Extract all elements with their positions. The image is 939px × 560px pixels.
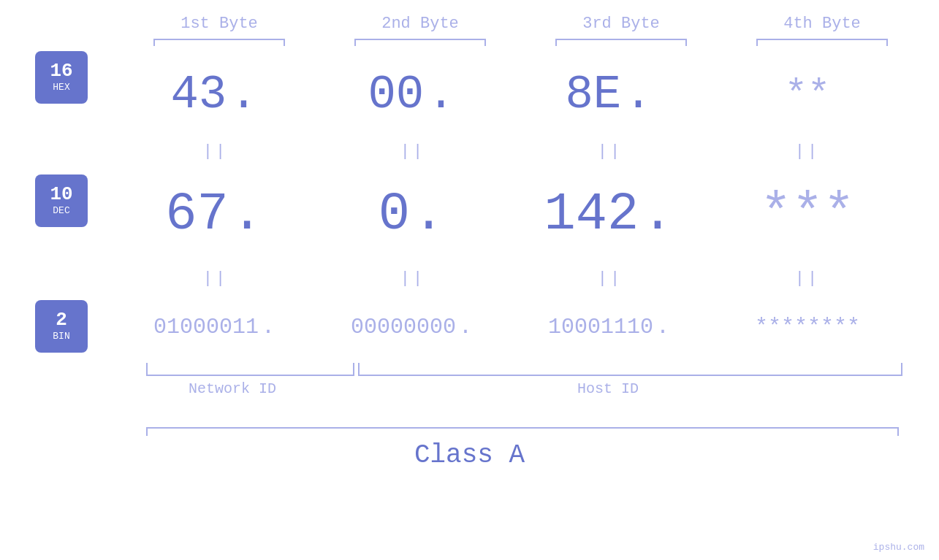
hex-val-1: 43 . xyxy=(135,69,296,121)
dec-row: 10 DEC 67 . 0 . 142 . *** xyxy=(0,167,939,262)
eq2-2: || xyxy=(332,269,493,288)
dec-3: 142 xyxy=(544,185,639,245)
host-id-label: Host ID xyxy=(577,380,639,397)
eq2-3: || xyxy=(530,269,691,288)
eq1-2: || xyxy=(332,142,493,161)
eq1-1: || xyxy=(135,142,296,161)
bin-val-1: 01000011 . xyxy=(135,315,296,340)
equals-inner-2: || || || || xyxy=(117,269,906,288)
dec-4: *** xyxy=(760,185,855,245)
bin-1: 01000011 xyxy=(153,315,259,340)
bin-dot-2: . xyxy=(459,316,472,338)
bracket-lines xyxy=(119,39,923,40)
eq1-3: || xyxy=(530,142,691,161)
header-byte-4: 4th Byte xyxy=(742,15,902,33)
bin-val-4: ******** xyxy=(727,315,888,340)
header-row: 1st Byte 2nd Byte 3rd Byte 4th Byte xyxy=(119,15,923,33)
host-bracket xyxy=(358,363,902,376)
class-bracket xyxy=(146,427,899,429)
dec-val-3: 142 . xyxy=(530,178,691,252)
network-bracket xyxy=(146,363,354,376)
hex-val-2: 00 . xyxy=(332,69,493,121)
hex-1: 43 xyxy=(170,69,227,121)
dec-values: 67 . 0 . 142 . *** xyxy=(117,178,906,252)
hex-2: 00 xyxy=(368,69,424,121)
bin-values: 01000011 . 00000000 . 10001110 . *******… xyxy=(117,315,906,340)
dec-badge: 10 DEC xyxy=(35,174,88,227)
class-section: Class A xyxy=(0,427,939,470)
main-container: 1st Byte 2nd Byte 3rd Byte 4th Byte 16 H… xyxy=(0,0,939,560)
header-byte-2: 2nd Byte xyxy=(340,15,501,33)
hex-values: 43 . 00 . 8E . ** xyxy=(117,69,906,121)
equals-row-1: || || || || xyxy=(0,135,939,167)
header-byte-1: 1st Byte xyxy=(139,15,300,33)
equals-inner-1: || || || || xyxy=(117,142,906,161)
hex-dot-1: . xyxy=(229,72,257,118)
hex-val-3: 8E . xyxy=(530,69,691,121)
dec-val-4: *** xyxy=(727,185,888,245)
dec-dot-3: . xyxy=(642,178,673,252)
bin-val-2: 00000000 . xyxy=(332,315,493,340)
dec-1: 67 xyxy=(165,185,228,245)
hex-3: 8E xyxy=(565,69,621,121)
bottom-labels-section: Network ID Host ID xyxy=(0,363,939,414)
watermark: ipshu.com xyxy=(873,542,924,553)
bin-badge-label: BIN xyxy=(53,331,69,342)
hex-badge-label: HEX xyxy=(53,82,69,93)
hex-row: 16 HEX 43 . 00 . 8E . ** xyxy=(0,55,939,135)
bin-4: ******** xyxy=(755,315,860,340)
bracket-3 xyxy=(555,39,687,40)
hex-dot-2: . xyxy=(427,72,455,118)
bin-2: 00000000 xyxy=(351,315,456,340)
bin-badge: 2 BIN xyxy=(35,300,88,353)
network-id-label: Network ID xyxy=(189,380,276,397)
dec-val-2: 0 . xyxy=(332,178,493,252)
dec-dot-1: . xyxy=(232,178,263,252)
eq1-4: || xyxy=(727,142,888,161)
dec-2: 0 xyxy=(379,185,410,245)
bin-dot-1: . xyxy=(262,316,275,338)
eq2-1: || xyxy=(135,269,296,288)
hex-badge: 16 HEX xyxy=(35,51,88,104)
dec-val-1: 67 . xyxy=(135,178,296,252)
hex-val-4: ** xyxy=(727,74,888,117)
header-byte-3: 3rd Byte xyxy=(541,15,702,33)
dec-badge-num: 10 xyxy=(50,185,72,204)
bin-row: 2 BIN 01000011 . 00000000 . 10001110 . *… xyxy=(0,294,939,360)
bin-3: 10001110 xyxy=(548,315,653,340)
bracket-2 xyxy=(354,39,486,40)
eq2-4: || xyxy=(727,269,888,288)
equals-row-2: || || || || xyxy=(0,262,939,294)
class-label: Class A xyxy=(0,427,939,470)
dec-badge-label: DEC xyxy=(53,205,69,217)
bin-badge-num: 2 xyxy=(56,310,67,329)
bracket-1 xyxy=(153,39,285,40)
hex-dot-3: . xyxy=(624,72,652,118)
bin-dot-3: . xyxy=(656,316,669,338)
dec-dot-2: . xyxy=(413,178,444,252)
hex-badge-num: 16 xyxy=(50,61,72,80)
bracket-4 xyxy=(756,39,888,40)
bin-val-3: 10001110 . xyxy=(530,315,691,340)
hex-4: ** xyxy=(785,74,830,117)
